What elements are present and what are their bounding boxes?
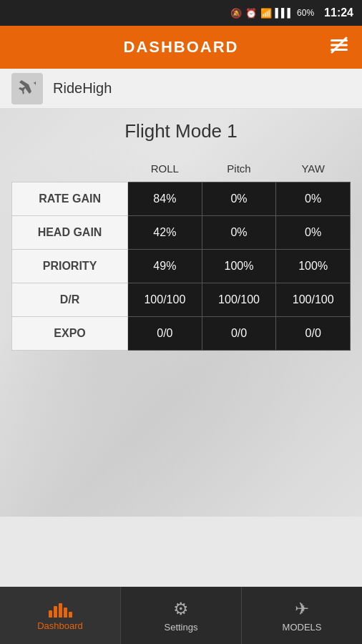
row-label-expo: EXPO bbox=[12, 317, 128, 351]
cell-pitch-2[interactable]: 100% bbox=[202, 250, 276, 283]
col-header-roll: ROLL bbox=[128, 155, 202, 182]
battery-text: 60% bbox=[297, 8, 314, 18]
app-header: DASHBOARD bbox=[0, 26, 362, 69]
cell-pitch-0[interactable]: 0% bbox=[202, 182, 276, 216]
cell-roll-3[interactable]: 100/100 bbox=[128, 283, 202, 317]
cell-pitch-4[interactable]: 0/0 bbox=[202, 317, 276, 351]
cell-pitch-1[interactable]: 0% bbox=[202, 216, 276, 250]
nav-label-dashboard: Dashboard bbox=[37, 620, 83, 631]
settings-slash-icon[interactable] bbox=[328, 34, 351, 62]
nav-label-settings: Settings bbox=[165, 622, 198, 633]
table-row[interactable]: RATE GAIN84%0%0% bbox=[12, 182, 351, 216]
table-header-row: ROLL Pitch YAW bbox=[12, 155, 351, 182]
cell-roll-4[interactable]: 0/0 bbox=[128, 317, 202, 351]
flight-table: ROLL Pitch YAW RATE GAIN84%0%0%HEAD GAIN… bbox=[11, 155, 351, 351]
table-row[interactable]: PRIORITY49%100%100% bbox=[12, 250, 351, 283]
airplane-icon bbox=[11, 73, 43, 104]
cell-yaw-4[interactable]: 0/0 bbox=[276, 317, 351, 351]
col-header-yaw: YAW bbox=[276, 155, 351, 182]
flight-mode-title: Flight Mode 1 bbox=[11, 120, 351, 142]
app-name: RideHigh bbox=[53, 80, 112, 97]
status-icons: 🔕 ⏰ 📶 ▌▌▌ 60% bbox=[230, 8, 315, 19]
cell-pitch-3[interactable]: 100/100 bbox=[202, 283, 276, 317]
cell-yaw-1[interactable]: 0% bbox=[276, 216, 351, 250]
dashboard-bars-icon bbox=[49, 600, 72, 618]
table-row[interactable]: EXPO0/00/00/0 bbox=[12, 317, 351, 351]
mute-icon: 🔕 bbox=[230, 8, 242, 19]
status-bar: 🔕 ⏰ 📶 ▌▌▌ 60% 11:24 bbox=[0, 0, 362, 26]
wifi-icon: 📶 bbox=[260, 8, 272, 19]
col-header-empty bbox=[12, 155, 128, 182]
row-label-head-gain: HEAD GAIN bbox=[12, 216, 128, 250]
nav-item-dashboard[interactable]: Dashboard bbox=[0, 587, 121, 644]
bottom-nav: Dashboard ⚙ Settings ✈ MODELS bbox=[0, 587, 362, 644]
row-label-rate-gain: RATE GAIN bbox=[12, 182, 128, 216]
table-row[interactable]: D/R100/100100/100100/100 bbox=[12, 283, 351, 317]
table-row[interactable]: HEAD GAIN42%0%0% bbox=[12, 216, 351, 250]
col-header-pitch: Pitch bbox=[202, 155, 276, 182]
cell-roll-2[interactable]: 49% bbox=[128, 250, 202, 283]
models-airplane-icon: ✈ bbox=[295, 599, 309, 619]
alarm-icon: ⏰ bbox=[245, 8, 257, 19]
nav-label-models: MODELS bbox=[283, 622, 322, 633]
cell-yaw-0[interactable]: 0% bbox=[276, 182, 351, 216]
row-label-priority: PRIORITY bbox=[12, 250, 128, 283]
signal-icon: ▌▌▌ bbox=[275, 8, 294, 18]
app-subheader: RideHigh bbox=[0, 69, 362, 109]
nav-item-settings[interactable]: ⚙ Settings bbox=[121, 587, 242, 644]
row-label-d-r: D/R bbox=[12, 283, 128, 317]
cell-roll-1[interactable]: 42% bbox=[128, 216, 202, 250]
cell-yaw-3[interactable]: 100/100 bbox=[276, 283, 351, 317]
gear-icon: ⚙ bbox=[173, 599, 189, 619]
cell-roll-0[interactable]: 84% bbox=[128, 182, 202, 216]
header-title: DASHBOARD bbox=[124, 38, 239, 57]
nav-item-models[interactable]: ✈ MODELS bbox=[242, 587, 362, 644]
status-time: 11:24 bbox=[324, 6, 353, 19]
cell-yaw-2[interactable]: 100% bbox=[276, 250, 351, 283]
